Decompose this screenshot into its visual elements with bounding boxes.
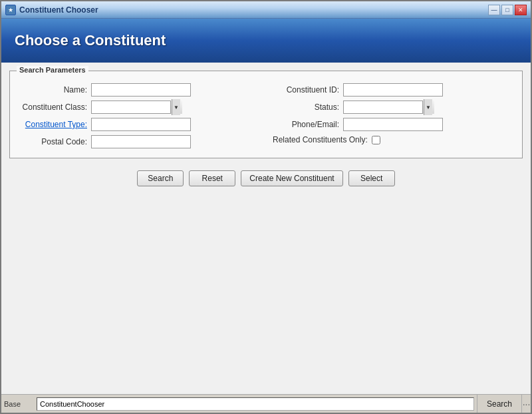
search-parameters-group: Search Parameters Name: Constituent Clas… — [9, 71, 523, 158]
constituent-id-field-row: Constituent ID: — [273, 83, 511, 97]
page-title: Choose a Constituent — [15, 32, 166, 49]
close-button[interactable]: ✕ — [515, 5, 527, 15]
window-title: Constituent Chooser — [19, 5, 485, 15]
title-bar-buttons: — □ ✕ — [488, 5, 527, 15]
action-button-row: Search Reset Create New Constituent Sele… — [9, 170, 523, 186]
constituent-class-label: Constituent Class: — [21, 103, 87, 112]
related-only-checkbox[interactable] — [372, 136, 380, 144]
constituent-type-field-row: Constituent Type: — [21, 118, 259, 131]
postal-code-field-row: Postal Code: — [21, 135, 259, 148]
component-name-field[interactable] — [37, 397, 474, 411]
minimize-button[interactable]: — — [488, 5, 500, 15]
related-only-field-row: Related Constituents Only: — [273, 135, 511, 144]
constituent-type-label[interactable]: Constituent Type: — [21, 120, 87, 129]
postal-code-label: Postal Code: — [21, 137, 87, 146]
phone-email-label: Phone/Email: — [273, 120, 339, 129]
maximize-button[interactable]: □ — [501, 5, 513, 15]
fields-grid: Name: Constituent Class: ▼ — [21, 83, 511, 148]
status-right: Search ··· — [477, 395, 531, 413]
constituent-class-field-row: Constituent Class: ▼ — [21, 101, 259, 114]
main-window: ★ Constituent Chooser — □ ✕ Choose a Con… — [0, 0, 532, 414]
group-legend: Search Parameters — [17, 66, 88, 74]
create-new-constituent-button[interactable]: Create New Constituent — [241, 170, 342, 186]
base-label: Base — [4, 400, 34, 408]
window-icon: ★ — [5, 5, 16, 15]
related-only-label: Related Constituents Only: — [273, 135, 368, 144]
status-dots-button[interactable]: ··· — [521, 395, 531, 413]
phone-email-field-row: Phone/Email: — [273, 118, 511, 131]
status-select[interactable] — [343, 101, 434, 114]
content-area: Search Parameters Name: Constituent Clas… — [1, 63, 531, 394]
status-main: Base — [1, 395, 477, 413]
constituent-class-wrapper: ▼ — [91, 101, 182, 114]
postal-code-input[interactable] — [91, 135, 191, 148]
select-button[interactable]: Select — [348, 170, 395, 186]
status-field-row: Status: ▼ — [273, 101, 511, 114]
name-label: Name: — [21, 85, 87, 95]
status-label: Status: — [273, 103, 339, 112]
title-bar: ★ Constituent Chooser — □ ✕ — [1, 1, 531, 19]
name-field-row: Name: — [21, 83, 259, 97]
header-bar: Choose a Constituent — [1, 19, 531, 63]
constituent-type-input[interactable] — [91, 118, 191, 131]
phone-email-input[interactable] — [343, 118, 443, 131]
constituent-id-label: Constituent ID: — [273, 85, 339, 95]
status-bar: Base Search ··· — [1, 394, 531, 413]
constituent-class-select[interactable] — [91, 101, 182, 114]
constituent-id-input[interactable] — [343, 83, 443, 97]
search-button[interactable]: Search — [137, 170, 184, 186]
name-input[interactable] — [91, 83, 191, 97]
reset-button[interactable]: Reset — [189, 170, 235, 186]
status-wrapper: ▼ — [343, 101, 434, 114]
status-search-button[interactable]: Search — [477, 395, 521, 413]
